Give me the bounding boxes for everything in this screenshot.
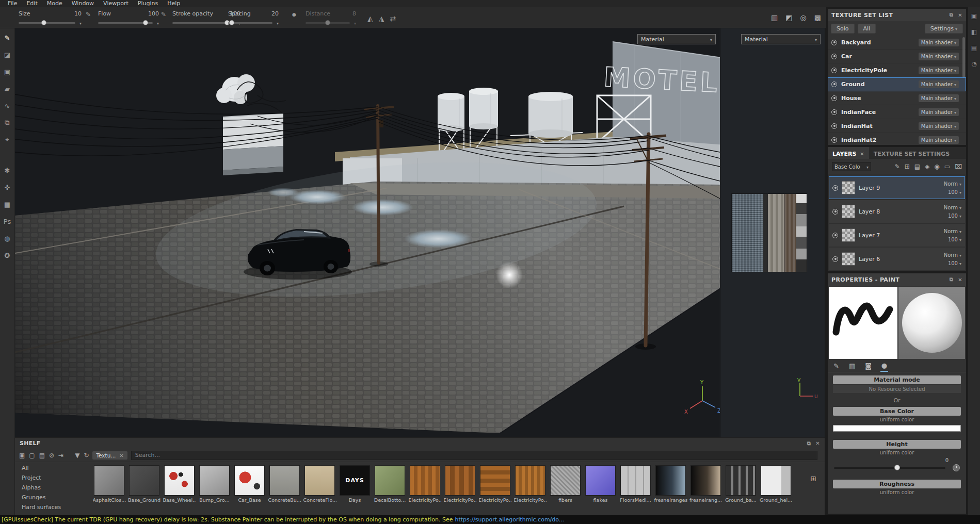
spacing-slider[interactable] — [228, 22, 272, 24]
blend-mode-dropdown[interactable]: Norm — [944, 252, 961, 258]
size-slider[interactable] — [19, 22, 75, 24]
dock-log-icon[interactable] — [971, 44, 977, 52]
layer-visibility-icon[interactable] — [832, 256, 838, 262]
folder-icon[interactable] — [19, 452, 25, 459]
dock-shelf-icon[interactable] — [971, 28, 977, 36]
flow-pressure-icon[interactable] — [161, 11, 166, 18]
shelf-item[interactable]: Ground_hei... — [760, 465, 792, 503]
layer-opacity-dropdown[interactable]: 100 — [948, 237, 961, 242]
shelf-item-thumbnail[interactable] — [690, 465, 721, 496]
layer-thumbnail[interactable] — [842, 228, 855, 242]
shelf-item-thumbnail[interactable]: DAYS — [340, 465, 370, 496]
shelf-item-thumbnail[interactable] — [515, 465, 545, 496]
layer-opacity-dropdown[interactable]: 100 — [948, 260, 961, 266]
smudge-tool[interactable] — [2, 101, 13, 111]
shelf-item-thumbnail[interactable] — [375, 465, 405, 496]
material-sphere-preview[interactable] — [898, 287, 965, 359]
shelf-category[interactable]: Grunges — [22, 494, 91, 501]
spacing-value[interactable]: 20 — [271, 10, 279, 17]
shelf-item-thumbnail[interactable] — [269, 465, 300, 496]
shelf-item[interactable]: Bump_Gro... — [199, 465, 230, 503]
layer-opacity-dropdown[interactable]: 100 — [948, 213, 961, 219]
visibility-radio-icon[interactable] — [831, 137, 837, 143]
visibility-radio-icon[interactable] — [831, 109, 837, 115]
shelf-item[interactable]: DAYS Days — [339, 465, 371, 503]
layer-thumbnail[interactable] — [842, 205, 855, 218]
grid-view-icon[interactable] — [810, 474, 816, 483]
blend-mode-dropdown[interactable]: Norm — [944, 228, 961, 234]
undock-icon[interactable] — [807, 440, 811, 447]
flow-slider[interactable] — [98, 22, 153, 24]
settings-dropdown[interactable]: Settings — [925, 24, 963, 34]
material-mode-button[interactable]: Material mode — [833, 375, 961, 384]
shelf-category[interactable]: Alphas — [22, 484, 91, 491]
height-section-header[interactable]: Height — [833, 440, 961, 449]
add-layer-icon[interactable] — [905, 163, 910, 170]
shelf-category[interactable]: All — [22, 465, 91, 471]
blend-mode-dropdown[interactable]: Norm — [944, 181, 961, 187]
shelf-item[interactable]: flakes — [585, 465, 616, 503]
shelf-item[interactable]: DecalBotto... — [374, 465, 406, 503]
base-color-section-header[interactable]: Base Color — [833, 407, 961, 416]
shelf-item-thumbnail[interactable] — [304, 465, 335, 496]
base-color-mode[interactable]: uniform color — [828, 417, 966, 422]
refresh-icon[interactable] — [84, 452, 89, 459]
display-settings-icon[interactable] — [771, 13, 778, 22]
solo-button[interactable]: Solo — [831, 24, 855, 34]
dock-toolbar-icon[interactable] — [971, 12, 977, 20]
shader-dropdown[interactable]: Main shader — [919, 39, 959, 46]
shelf-item[interactable]: Base_Ground — [128, 465, 160, 503]
uv-texture-preview[interactable] — [732, 194, 807, 272]
symmetry-icon[interactable] — [390, 14, 396, 23]
close-icon[interactable] — [958, 277, 962, 283]
height-mode[interactable]: uniform color — [828, 450, 966, 455]
iray-render-icon[interactable] — [2, 233, 13, 243]
chevron-down-icon[interactable] — [78, 20, 82, 26]
photoshop-plugin-icon[interactable] — [2, 216, 13, 226]
particles-tool[interactable] — [2, 165, 13, 175]
close-tab-icon[interactable] — [860, 151, 864, 157]
chevron-down-icon[interactable] — [155, 20, 159, 26]
alpha-settings-icon[interactable] — [848, 361, 856, 371]
stroke-opacity-slider[interactable] — [172, 22, 234, 24]
texture-set-row[interactable]: IndianHat Main shader — [828, 119, 966, 133]
visibility-radio-icon[interactable] — [831, 40, 837, 45]
shelf-item-thumbnail[interactable] — [199, 465, 230, 496]
shelf-item[interactable]: Ground_ba... — [725, 465, 757, 503]
brush-stroke-preview[interactable] — [829, 287, 897, 359]
layer-visibility-icon[interactable] — [832, 185, 838, 191]
undock-icon[interactable] — [950, 12, 954, 18]
layer-visibility-icon[interactable] — [832, 233, 838, 238]
shelf-item-thumbnail[interactable] — [761, 465, 791, 496]
menu-item[interactable]: Edit — [22, 0, 42, 7]
menu-item[interactable]: Mode — [42, 0, 67, 7]
shelf-item-thumbnail[interactable] — [410, 465, 440, 496]
shader-dropdown[interactable]: Main shader — [919, 80, 959, 88]
brush-settings-icon[interactable] — [832, 361, 840, 371]
layer-thumbnail[interactable] — [842, 181, 855, 194]
paint-tool[interactable] — [2, 32, 13, 43]
path-tool[interactable] — [2, 182, 13, 192]
shelf-item[interactable]: ElectricityPo... — [409, 465, 441, 503]
shelf-item[interactable]: Base_Wheel... — [164, 465, 195, 503]
paint-brush-icon[interactable] — [895, 163, 900, 170]
status-link[interactable]: https://support.allegorithmic.com/do... — [455, 516, 564, 523]
menu-item[interactable]: Window — [67, 0, 99, 7]
shelf-item-thumbnail[interactable] — [234, 465, 265, 496]
shelf-filter-tab[interactable]: Textu... — [92, 451, 127, 460]
hide-icon[interactable] — [49, 452, 54, 459]
camera-icon[interactable] — [800, 13, 807, 22]
scrollbar[interactable] — [962, 37, 965, 77]
shelf-item-thumbnail[interactable] — [480, 465, 510, 496]
add-smart-material-icon[interactable] — [934, 163, 939, 170]
visibility-radio-icon[interactable] — [831, 68, 837, 73]
shelf-item[interactable]: ConcreteBu... — [269, 465, 300, 503]
shelf-item-thumbnail[interactable] — [726, 465, 756, 496]
filter-icon[interactable] — [75, 452, 79, 459]
shelf-item[interactable]: fresnelrang... — [690, 465, 721, 503]
shader-dropdown[interactable]: Main shader — [919, 136, 959, 144]
material-dropdown-2d[interactable]: Material — [741, 34, 821, 44]
texture-set-row[interactable]: Ground Main shader — [828, 77, 966, 91]
shelf-category[interactable]: Hard surfaces — [22, 504, 91, 511]
close-tab-icon[interactable] — [119, 452, 123, 458]
